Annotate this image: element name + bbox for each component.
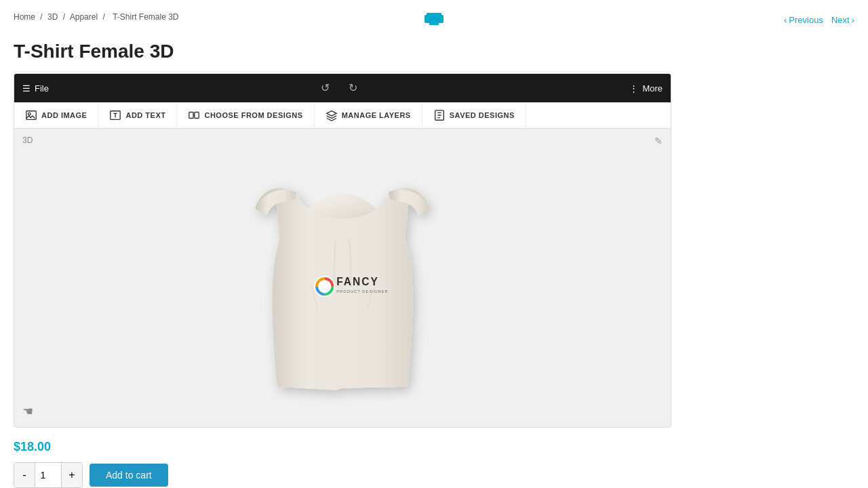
page-title: T-Shirt Female 3D: [14, 41, 854, 62]
hamburger-icon: ☰: [22, 83, 31, 94]
svg-text:PRODUCT DESIGNER: PRODUCT DESIGNER: [336, 289, 388, 293]
more-label: More: [642, 83, 663, 94]
breadcrumb-3d[interactable]: 3D: [47, 12, 58, 22]
file-label: File: [35, 83, 49, 94]
choose-designs-icon: [188, 109, 200, 121]
breadcrumb-apparel[interactable]: Apparel: [70, 12, 98, 22]
quantity-input[interactable]: [35, 463, 62, 487]
tshirt-preview: FANCY PRODUCT DESIGNER: [241, 152, 444, 403]
saved-designs-button[interactable]: SAVED DESIGNS: [422, 102, 526, 128]
svg-rect-2: [429, 22, 439, 25]
breadcrumb-product: T-Shirt Female 3D: [113, 12, 178, 22]
svg-rect-7: [195, 113, 199, 119]
file-menu[interactable]: ☰ File: [22, 83, 49, 94]
purchase-area: $18.00 - + Add to cart: [14, 440, 854, 488]
manage-layers-icon: [326, 109, 338, 121]
redo-button[interactable]: ↻: [344, 80, 361, 96]
canvas-hand-cursor-icon: ☚: [22, 404, 33, 419]
choose-designs-button[interactable]: CHOOSE FROM DESIGNS: [177, 102, 314, 128]
svg-point-4: [28, 113, 31, 115]
previous-link[interactable]: ‹ Previous: [784, 15, 823, 25]
next-link[interactable]: Next ›: [831, 15, 854, 25]
svg-rect-1: [427, 13, 441, 16]
add-image-button[interactable]: ADD IMAGE: [14, 102, 98, 128]
svg-rect-6: [189, 113, 193, 119]
undo-button[interactable]: ↺: [317, 80, 334, 96]
canvas-area[interactable]: 3D ✎: [14, 129, 671, 427]
brand-logo: [425, 13, 443, 27]
add-text-button[interactable]: ADD TEXT: [98, 102, 177, 128]
designer-toolbar: ☰ File ↺ ↻ ⋮ More: [14, 74, 671, 102]
add-to-cart-button[interactable]: Add to cart: [90, 464, 168, 487]
add-text-icon: [109, 109, 121, 121]
more-dots-icon: ⋮: [629, 83, 638, 94]
svg-text:FANCY: FANCY: [336, 276, 378, 287]
breadcrumb-home[interactable]: Home: [14, 12, 35, 22]
canvas-view-label: 3D: [22, 136, 33, 145]
quantity-control: - +: [14, 462, 83, 488]
quantity-decrease-button[interactable]: -: [14, 463, 35, 487]
qty-cart-row: - + Add to cart: [14, 462, 854, 488]
more-menu[interactable]: ⋮ More: [629, 83, 663, 94]
quantity-increase-button[interactable]: +: [62, 463, 82, 487]
toolbar-history-controls: ↺ ↻: [49, 80, 629, 96]
breadcrumb: Home / 3D / Apparel / T-Shirt Female 3D: [14, 12, 182, 22]
add-image-icon: [25, 109, 37, 121]
designer-widget: ☰ File ↺ ↻ ⋮ More ADD IMAGE: [14, 73, 671, 428]
prev-next-nav: ‹ Previous Next ›: [784, 15, 854, 25]
saved-designs-icon: [433, 109, 446, 121]
product-price: $18.00: [14, 440, 854, 454]
canvas-edit-icon[interactable]: ✎: [654, 136, 663, 146]
manage-layers-button[interactable]: MANAGE LAYERS: [315, 102, 422, 128]
svg-rect-0: [425, 15, 443, 23]
tshirt-svg: FANCY PRODUCT DESIGNER: [241, 152, 444, 403]
action-bar: ADD IMAGE ADD TEXT CHOOSE FROM DESIGNS: [14, 102, 671, 129]
